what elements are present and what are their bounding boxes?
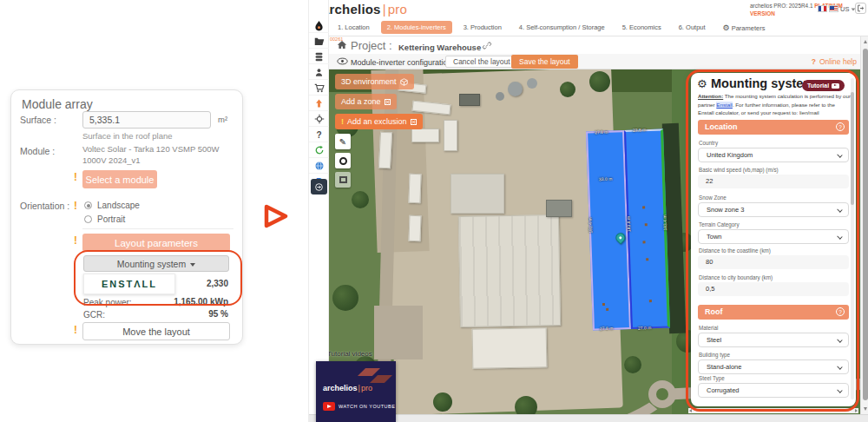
panel-scrollbar[interactable] — [851, 78, 854, 399]
gear-icon: ⚙ — [697, 77, 707, 90]
landscape-radio[interactable] — [84, 201, 92, 209]
configurations-label[interactable]: Module-inverter configurations — [351, 58, 456, 67]
open-project-icon[interactable] — [309, 34, 329, 49]
warning-icon: ! — [74, 324, 77, 336]
select-module-button[interactable]: Select a module — [82, 170, 157, 188]
circle-tool-button[interactable] — [335, 153, 351, 168]
us-flag-icon[interactable] — [829, 5, 838, 12]
rectangle-tool-button[interactable] — [335, 172, 351, 188]
measure-label: 181.4 m — [588, 217, 594, 233]
measure-label: 33.0 m — [599, 176, 612, 182]
scroll-left-arrow[interactable] — [689, 409, 692, 412]
locate-icon[interactable] — [309, 112, 329, 127]
warning-icon: ! — [341, 117, 344, 126]
scroll-up-arrow[interactable] — [864, 40, 867, 43]
scroll-right-arrow[interactable] — [855, 409, 858, 412]
chevron-down-icon — [837, 152, 842, 157]
layout-parameters-button[interactable]: Layout parameters — [82, 234, 230, 252]
map-feature — [606, 308, 608, 311]
youtube-icon — [832, 83, 839, 89]
enstall-link[interactable]: Enstall — [716, 102, 733, 108]
exit-icon[interactable] — [311, 179, 327, 195]
terrain-category-select[interactable]: Town — [698, 229, 849, 244]
logo-drop-icon[interactable] — [309, 18, 329, 33]
help-mark: ? — [812, 57, 816, 66]
building-type-select[interactable]: Stand-alone — [698, 359, 849, 374]
chevron-graphic — [358, 368, 380, 376]
database-icon[interactable] — [309, 49, 329, 64]
tutorial-badge[interactable]: Tutorial — [802, 80, 845, 91]
move-layout-button[interactable]: Move the layout — [82, 322, 230, 340]
surface-input[interactable]: 5,335.1 — [82, 111, 211, 129]
surface-hint: Surface in the roof plane — [82, 131, 173, 141]
map-feature — [649, 300, 652, 302]
portrait-radio-label[interactable]: Portrait — [97, 214, 125, 224]
tab-output[interactable]: 6. Output — [673, 21, 712, 34]
screenshot-stage: Module array Surface : 5,335.1 m² Surfac… — [0, 0, 868, 422]
add-exclusion-button[interactable]: ! Add an exclusion — [335, 114, 423, 129]
steel-type-select[interactable]: Corrugated — [698, 383, 849, 398]
map-building — [472, 327, 548, 368]
material-select[interactable]: Steel — [698, 333, 849, 347]
tab-self-consumption[interactable]: 4. Self-consumption / Storage — [513, 21, 611, 34]
tab-production[interactable]: 3. Production — [457, 21, 508, 34]
map-parking — [374, 306, 423, 359]
horizontal-scrollbar[interactable] — [688, 408, 858, 413]
coastline-distance-input[interactable]: 80 — [698, 255, 849, 269]
3d-environment-button[interactable]: 3D environment — [335, 74, 414, 89]
annotation-arrow — [260, 202, 292, 230]
pencil-tool-button[interactable]: ✎ — [335, 134, 351, 149]
modules-count-value: 2,330 — [207, 279, 228, 288]
orientation-label: Orientation : — [20, 201, 69, 211]
cart-icon[interactable] — [309, 81, 329, 96]
scroll-down-arrow[interactable] — [864, 407, 867, 411]
map-building — [411, 129, 439, 142]
watch-on-youtube-label[interactable]: WATCH ON YOUTUBE — [339, 404, 395, 409]
french-flag-icon[interactable] — [818, 5, 827, 12]
tab-economics[interactable]: 5. Economics — [616, 21, 667, 34]
version-text: archelios PRO: 2025R4.1 — [750, 3, 812, 9]
snow-zone-select[interactable]: Snow zone 3 — [698, 202, 849, 217]
solar-zone[interactable]: 27.8 m 27.8 m 33.0 m 181.4 m 183.6 m 183… — [586, 129, 670, 331]
globe-icon[interactable] — [309, 159, 329, 174]
step-navbar: 1. Location 2. Modules-inverters 3. Prod… — [309, 18, 868, 36]
roof-section-header: Roof ? — [698, 305, 849, 320]
enstall-dropdown-item[interactable]: ENSTΛLL — [83, 274, 175, 294]
wind-speed-input[interactable]: 22 — [698, 175, 849, 188]
youtube-play-icon[interactable] — [323, 402, 335, 411]
landscape-radio-label[interactable]: Landscape — [97, 201, 140, 210]
online-help-link[interactable]: ?Online help — [812, 57, 857, 66]
vertical-scrollbar[interactable] — [860, 36, 868, 414]
help-circle-icon[interactable]: ? — [836, 122, 845, 131]
help-icon[interactable]: ? — [309, 128, 329, 142]
link-icon[interactable] — [482, 41, 492, 50]
language-selector[interactable]: US — [840, 5, 856, 13]
logout-button[interactable] — [855, 3, 866, 14]
map-tank — [508, 82, 523, 96]
tab-location[interactable]: 1. Location — [332, 21, 376, 34]
project-label: Project : — [351, 39, 392, 52]
cancel-layout-button[interactable]: Cancel the layout — [445, 56, 518, 68]
mounting-system-dropdown[interactable]: Mounting system — [83, 255, 229, 272]
tutorial-video-thumbnail[interactable]: archelios|pro WATCH ON YOUTUBE — [316, 361, 396, 422]
country-select[interactable]: United Kingdom — [698, 148, 849, 162]
project-note: 00261 — [330, 36, 343, 42]
add-zone-button[interactable]: Add a zone — [335, 94, 397, 109]
panel-scrollbar-thumb[interactable] — [851, 92, 854, 205]
help-circle-icon[interactable]: ? — [836, 307, 845, 316]
field-label: Snow Zone — [699, 195, 727, 201]
measure-label: 183.6 m — [625, 216, 631, 232]
upload-icon[interactable] — [309, 96, 329, 111]
vertical-scrollbar-thumb[interactable] — [863, 49, 868, 400]
tab-modules-inverters[interactable]: 2. Modules-inverters — [381, 21, 452, 34]
refresh-icon[interactable] — [309, 143, 329, 158]
chevron-down-icon — [837, 337, 842, 342]
logout-icon — [857, 4, 865, 12]
tab-parameters[interactable]: ⚙Parameters — [717, 21, 772, 35]
map-tree — [352, 191, 369, 208]
client-icon[interactable] — [309, 65, 329, 80]
save-layout-button[interactable]: Save the layout — [511, 55, 578, 69]
city-boundary-input[interactable]: 0,5 — [698, 282, 849, 296]
portrait-radio[interactable] — [84, 215, 92, 223]
location-section-header: Location ? — [698, 120, 849, 135]
